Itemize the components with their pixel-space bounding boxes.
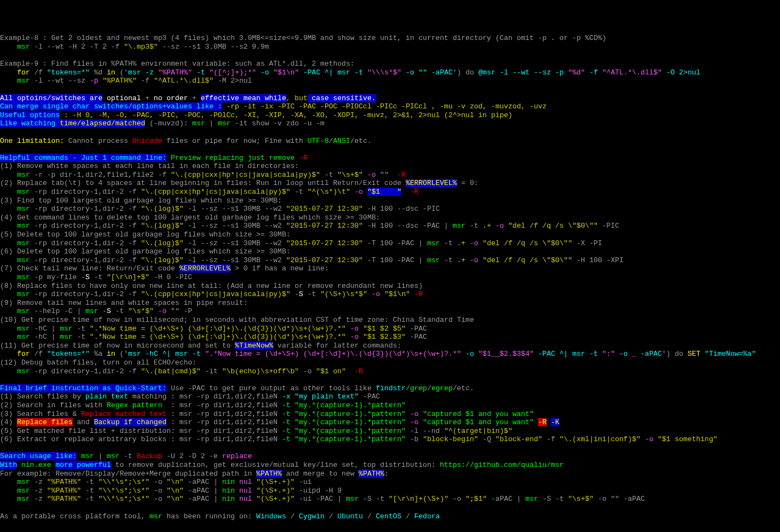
cmd: msr (0, 43, 30, 51)
terminal-output: Example-8 : Get 2 oldest and newest mp3 … (0, 34, 780, 521)
line: Example-9 : Find files in %PATH% environ… (0, 60, 355, 68)
highlight: All optoins/switches are (0, 94, 102, 102)
line: Example-8 : Get 2 oldest and newest mp3 … (0, 34, 606, 42)
